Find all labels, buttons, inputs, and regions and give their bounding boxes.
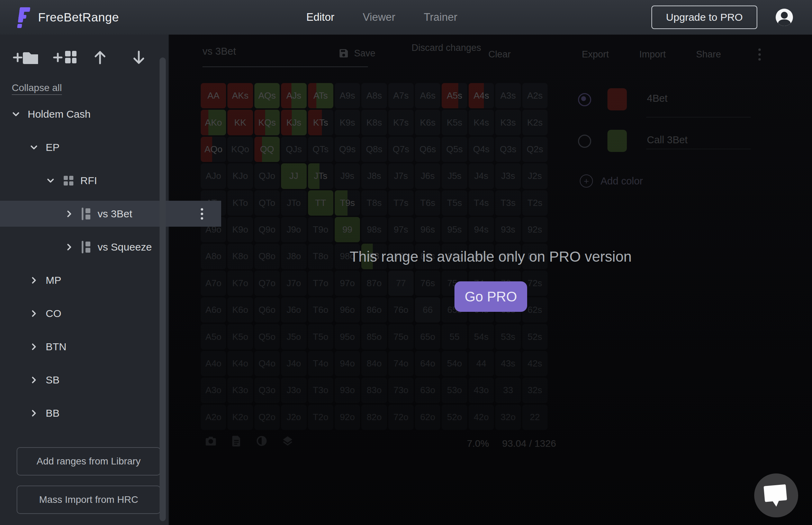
sidebar-scrollbar[interactable] <box>160 57 166 521</box>
mass-import-from-hrc-button[interactable]: Mass Import from HRC <box>17 486 161 514</box>
tree-item-btn[interactable]: BTN <box>0 334 186 360</box>
move-up-icon[interactable] <box>92 49 131 65</box>
editor-main: vs 3Bet Save Discard changes Clear Expor… <box>169 35 812 525</box>
chevron-right-icon[interactable] <box>63 208 75 220</box>
grid-icon <box>62 174 75 187</box>
chevron-right-icon[interactable] <box>28 407 40 419</box>
chevron-right-icon[interactable] <box>28 341 40 353</box>
add-ranges-from-library-button[interactable]: Add ranges from Library <box>17 447 161 476</box>
tree-item-vs-3bet[interactable]: vs 3Bet <box>0 201 221 227</box>
tab-viewer[interactable]: Viewer <box>363 11 395 24</box>
range-tree: Holdem CashEPRFIvs 3Betvs SqueezeMPCOBTN… <box>0 101 169 426</box>
chevron-right-icon[interactable] <box>28 374 40 386</box>
tab-trainer[interactable]: Trainer <box>424 11 457 24</box>
tree-item-sb[interactable]: SB <box>0 367 186 393</box>
tree-item-label: RFI <box>80 175 97 187</box>
avatar-head <box>781 12 788 19</box>
chevron-right-icon[interactable] <box>28 307 40 320</box>
chevron-down-icon[interactable] <box>28 141 40 154</box>
range-icon <box>81 240 92 254</box>
tree-item-mp[interactable]: MP <box>0 267 186 293</box>
range-icon <box>81 207 92 221</box>
tree-item-label: EP <box>46 142 60 153</box>
tree-item-ep[interactable]: EP <box>0 134 186 160</box>
add-range-icon[interactable] <box>51 49 92 65</box>
move-down-icon[interactable] <box>131 49 147 65</box>
collapse-all-link[interactable]: Collapse all <box>12 82 62 95</box>
tree-item-co[interactable]: CO <box>0 300 186 326</box>
tree-item-label: vs Squeeze <box>98 241 152 253</box>
tab-editor[interactable]: Editor <box>306 11 334 24</box>
go-pro-button[interactable]: Go PRO <box>454 281 527 312</box>
top-navbar: FreeBetRange Editor Viewer Trainer Upgra… <box>0 0 812 35</box>
pro-dim-overlay <box>169 35 812 525</box>
account-avatar-icon[interactable] <box>776 9 793 26</box>
tree-item-bb[interactable]: BB <box>0 400 186 426</box>
sidebar: Collapse all Holdem CashEPRFIvs 3Betvs S… <box>0 35 169 525</box>
tree-item-holdem-cash[interactable]: Holdem Cash <box>0 101 168 127</box>
tree-item-vs-squeeze[interactable]: vs Squeeze <box>0 234 221 260</box>
tree-item-label: BTN <box>46 341 66 353</box>
avatar-body <box>778 19 791 26</box>
pro-message: This range is available only on PRO vers… <box>169 248 812 265</box>
tree-item-label: BB <box>46 407 60 419</box>
tree-item-menu-icon[interactable] <box>201 208 203 219</box>
chat-widget-button[interactable] <box>754 473 798 517</box>
nav-tabs: Editor Viewer Trainer <box>306 0 457 35</box>
chevron-right-icon[interactable] <box>28 274 40 287</box>
brand-name: FreeBetRange <box>38 10 119 24</box>
tree-item-label: CO <box>46 308 61 319</box>
freebetrange-logo-icon <box>17 7 33 28</box>
chat-bubble-tail <box>772 499 780 507</box>
brand: FreeBetRange <box>17 7 119 28</box>
tree-item-label: SB <box>46 374 60 386</box>
upgrade-to-pro-button[interactable]: Upgrade to PRO <box>651 6 757 29</box>
tree-item-label: MP <box>46 274 61 286</box>
tree-item-rfi[interactable]: RFI <box>0 168 202 193</box>
sidebar-toolbar <box>10 48 156 66</box>
add-folder-icon[interactable] <box>10 49 51 65</box>
tree-item-label: vs 3Bet <box>98 208 132 220</box>
tree-item-label: Holdem Cash <box>28 108 91 120</box>
chat-bubble-icon <box>764 484 787 502</box>
chevron-down-icon[interactable] <box>10 108 22 120</box>
chevron-down-icon[interactable] <box>44 174 57 187</box>
chevron-right-icon[interactable] <box>63 241 75 253</box>
